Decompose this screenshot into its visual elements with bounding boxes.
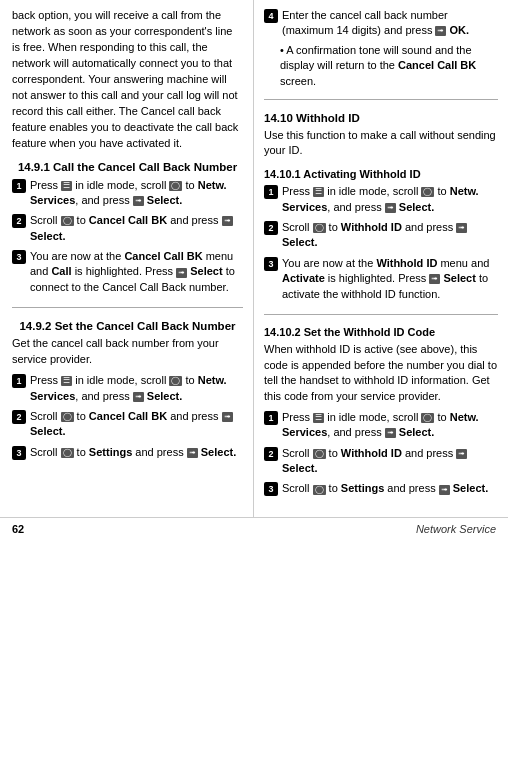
- page: back option, you will receive a call fro…: [0, 0, 508, 541]
- step-num-3: 3: [12, 250, 26, 264]
- section-14-10: 14.10 Withhold ID Use this function to m…: [264, 110, 498, 497]
- step-num-s4-3: 3: [264, 482, 278, 496]
- step-2-s1: 2 Scroll ◯ to Cancel Call BK and press ➟…: [12, 213, 243, 244]
- step-3-s3: 3 You are now at the Withhold ID menu an…: [264, 256, 498, 302]
- step-num-s3-1: 1: [264, 185, 278, 199]
- select-icon-1: ➟: [133, 196, 144, 206]
- select-icon-2: ➟: [222, 216, 233, 226]
- nav-icon-s4-1: ◯: [421, 413, 434, 423]
- step-3-s2: 3 Scroll ◯ to Settings and press ➟ Selec…: [12, 445, 243, 460]
- nav-icon-s3-1: ◯: [421, 187, 434, 197]
- select-icon-s4-2: ➟: [456, 449, 467, 459]
- section-14-10-2-subtitle: When withhold ID is active (see above), …: [264, 342, 498, 404]
- section-14-10-title: 14.10 Withhold ID: [264, 110, 498, 126]
- step-num-2: 2: [12, 214, 26, 228]
- select-icon-s3-1: ➟: [385, 203, 396, 213]
- nav-icon-1: ◯: [169, 181, 182, 191]
- nav-icon-s2-1: ◯: [169, 376, 182, 386]
- step-3-s1-text: You are now at the Cancel Call BK menu a…: [30, 249, 243, 295]
- step-num-s2-2: 2: [12, 410, 26, 424]
- main-columns: back option, you will receive a call fro…: [0, 0, 508, 517]
- section-14-9-2-title: 14.9.2 Set the Cancel Call Back Number: [12, 318, 243, 334]
- divider-1: [12, 307, 243, 308]
- intro-text: back option, you will receive a call fro…: [12, 8, 243, 151]
- step-num-s4-1: 1: [264, 411, 278, 425]
- step-2-s3: 2 Scroll ◯ to Withhold ID and press ➟ Se…: [264, 220, 498, 251]
- step-2-s2: 2 Scroll ◯ to Cancel Call BK and press ➟…: [12, 409, 243, 440]
- step-num-s2-1: 1: [12, 374, 26, 388]
- select-icon-4: ➟: [435, 26, 446, 36]
- step-3-s4: 3 Scroll ◯ to Settings and press ➟ Selec…: [264, 481, 498, 496]
- step-2-s4-text: Scroll ◯ to Withhold ID and press ➟ Sele…: [282, 446, 498, 477]
- step-3-s3-text: You are now at the Withhold ID menu and …: [282, 256, 498, 302]
- menu-icon-s2-1: ☰: [61, 376, 72, 386]
- left-column: back option, you will receive a call fro…: [0, 0, 254, 517]
- select-icon-s3-2: ➟: [456, 223, 467, 233]
- step-1-s4-text: Press ☰ in idle mode, scroll ◯ to Netw. …: [282, 410, 498, 441]
- step-num-s2-3: 3: [12, 446, 26, 460]
- section-14-9-2-subtitle: Get the cancel call back number from you…: [12, 336, 243, 367]
- step-num-s3-3: 3: [264, 257, 278, 271]
- step-num-4: 4: [264, 9, 278, 23]
- nav-icon-2: ◯: [61, 216, 74, 226]
- section-14-10-2-title: 14.10.2 Set the Withhold ID Code: [264, 325, 498, 340]
- step-1-s1-text: Press ☰ in idle mode, scroll ◯ to Netw. …: [30, 178, 243, 209]
- right-column: 4 Enter the cancel call back number (max…: [254, 0, 508, 517]
- step-1-s1: 1 Press ☰ in idle mode, scroll ◯ to Netw…: [12, 178, 243, 209]
- select-icon-s4-3: ➟: [439, 485, 450, 495]
- step-1-s3-text: Press ☰ in idle mode, scroll ◯ to Netw. …: [282, 184, 498, 215]
- step-num-s4-2: 2: [264, 447, 278, 461]
- select-icon-3: ➟: [176, 268, 187, 278]
- nav-icon-s3-2: ◯: [313, 223, 326, 233]
- step-1-s2-text: Press ☰ in idle mode, scroll ◯ to Netw. …: [30, 373, 243, 404]
- nav-icon-s4-3: ◯: [313, 485, 326, 495]
- step-num-s3-2: 2: [264, 221, 278, 235]
- section-14-10-2: 14.10.2 Set the Withhold ID Code When wi…: [264, 325, 498, 497]
- section-14-10-subtitle: Use this function to make a call without…: [264, 128, 498, 159]
- step-3-s1: 3 You are now at the Cancel Call BK menu…: [12, 249, 243, 295]
- divider-2: [264, 99, 498, 100]
- select-icon-s2-2: ➟: [222, 412, 233, 422]
- step-4-text: Enter the cancel call back number (maxim…: [282, 8, 498, 39]
- step-3-s2-text: Scroll ◯ to Settings and press ➟ Select.: [30, 445, 236, 460]
- select-icon-s2-3: ➟: [187, 448, 198, 458]
- section-14-10-1: 14.10.1 Activating Withhold ID 1 Press ☰…: [264, 167, 498, 302]
- step-2-s3-text: Scroll ◯ to Withhold ID and press ➟ Sele…: [282, 220, 498, 251]
- step-4-bullet: A confirmation tone will sound and the d…: [280, 43, 498, 89]
- section-14-9-1-title: 14.9.1 Call the Cancel Call Back Number: [12, 159, 243, 175]
- footer-section-title: Network Service: [416, 522, 496, 537]
- step-3-s4-text: Scroll ◯ to Settings and press ➟ Select.: [282, 481, 488, 496]
- step-1-s2: 1 Press ☰ in idle mode, scroll ◯ to Netw…: [12, 373, 243, 404]
- section-14-9-2: 14.9.2 Set the Cancel Call Back Number G…: [12, 318, 243, 460]
- section-14-10-1-title: 14.10.1 Activating Withhold ID: [264, 167, 498, 182]
- nav-icon-s2-3: ◯: [61, 448, 74, 458]
- menu-icon-s4-1: ☰: [313, 413, 324, 423]
- nav-icon-s4-2: ◯: [313, 449, 326, 459]
- step-2-s2-text: Scroll ◯ to Cancel Call BK and press ➟ S…: [30, 409, 243, 440]
- page-number: 62: [12, 522, 24, 537]
- step-1-s3: 1 Press ☰ in idle mode, scroll ◯ to Netw…: [264, 184, 498, 215]
- select-icon-s4-1: ➟: [385, 428, 396, 438]
- menu-icon-s3-1: ☰: [313, 187, 324, 197]
- select-icon-s3-3: ➟: [429, 274, 440, 284]
- nav-icon-s2-2: ◯: [61, 412, 74, 422]
- select-icon-s2-1: ➟: [133, 392, 144, 402]
- footer: 62 Network Service: [0, 517, 508, 541]
- menu-icon-1: ☰: [61, 181, 72, 191]
- step-1-s4: 1 Press ☰ in idle mode, scroll ◯ to Netw…: [264, 410, 498, 441]
- step-4-cont: 4 Enter the cancel call back number (max…: [264, 8, 498, 39]
- step-2-s4: 2 Scroll ◯ to Withhold ID and press ➟ Se…: [264, 446, 498, 477]
- section-14-9-1: 14.9.1 Call the Cancel Call Back Number …: [12, 159, 243, 295]
- step-2-s1-text: Scroll ◯ to Cancel Call BK and press ➟ S…: [30, 213, 243, 244]
- divider-3: [264, 314, 498, 315]
- step-num-1: 1: [12, 179, 26, 193]
